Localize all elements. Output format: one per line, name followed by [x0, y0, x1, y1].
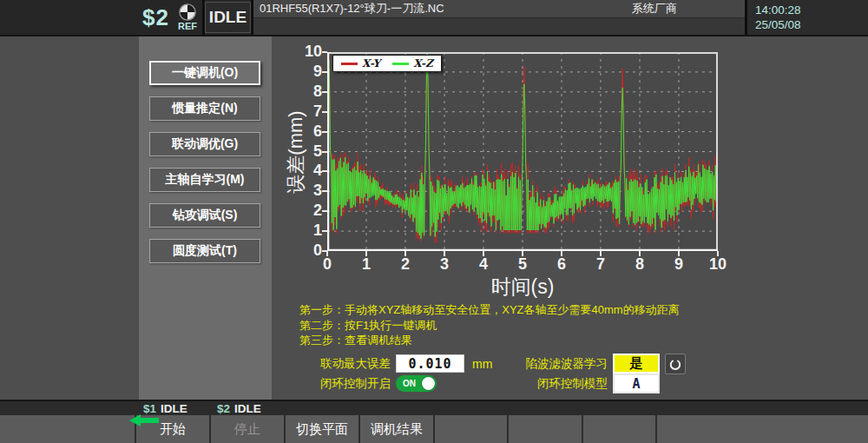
refresh-button[interactable]	[665, 354, 686, 374]
softkey-stop[interactable]: 停止	[211, 415, 286, 443]
refresh-icon	[667, 356, 683, 372]
x-tick-label-5: 5	[510, 255, 536, 274]
notch-filter-value[interactable]: 是	[613, 354, 660, 374]
y-tick-label-1: 1	[291, 222, 322, 240]
softkey-switch-plane[interactable]: 切换平面	[286, 415, 360, 443]
y-tick-label-3: 3	[291, 182, 322, 200]
y-tick-label-5: 5	[291, 142, 322, 161]
sidebar: 一键调机(O)惯量推定(N)联动调优(G)主轴自学习(M)钻攻调试(S)圆度测试…	[139, 36, 272, 400]
softkey-tuning-result[interactable]: 调机结果	[360, 415, 435, 443]
time-value: 14:00:28	[755, 3, 868, 17]
sidebar-button-inertia-estimate[interactable]: 惯量推定(N)	[149, 96, 260, 121]
y-tickmark-5	[322, 151, 327, 153]
x-tickmark-3	[444, 251, 445, 256]
main-area: 一键调机(O)惯量推定(N)联动调优(G)主轴自学习(M)钻攻调试(S)圆度测试…	[0, 36, 868, 400]
x-tickmark-7	[600, 251, 602, 256]
y-tickmark-9	[322, 71, 327, 73]
step-2: 第二步：按F1执行一键调机	[299, 318, 680, 334]
softkey-empty-5	[435, 415, 509, 443]
x-tick-label-2: 2	[392, 255, 418, 274]
x-tick-label-3: 3	[431, 255, 457, 274]
instruction-steps: 第一步：手动将XYZ轴移动至安全位置，XYZ各轴至少需要40mm的移动距离 第二…	[299, 302, 680, 348]
toggle-state-label: ON	[403, 379, 416, 388]
step-3: 第三步：查看调机结果	[299, 333, 680, 348]
closed-loop-switch-label: 闭环控制开启	[295, 375, 391, 393]
ref-indicator: REF	[178, 3, 197, 31]
y-tick-label-8: 8	[291, 83, 322, 101]
x-tickmark-6	[561, 251, 562, 256]
error-chart-plot	[327, 52, 718, 251]
program-subrow	[253, 18, 745, 35]
sidebar-button-spindle-learning[interactable]: 主轴自学习(M)	[149, 168, 260, 192]
x-tickmark-0	[326, 251, 328, 256]
closed-loop-toggle[interactable]: ON	[396, 375, 437, 392]
y-tickmark-6	[322, 131, 327, 133]
y-tickmark-4	[322, 170, 327, 172]
date-value: 25/05/08	[755, 17, 868, 32]
legend-item-xz: X-Z	[392, 57, 433, 69]
step-1: 第一步：手动将XYZ轴移动至安全位置，XYZ各轴至少需要40mm的移动距离	[299, 302, 680, 318]
ref-icon	[179, 3, 196, 21]
y-tickmark-1	[322, 230, 327, 232]
y-tick-label-7: 7	[291, 102, 322, 121]
x-tick-label-4: 4	[470, 255, 496, 274]
sidebar-button-one-key-tuning[interactable]: 一键调机(O)	[149, 61, 260, 85]
x-tickmark-4	[483, 251, 484, 256]
sidebar-button-roundness-test[interactable]: 圆度测试(T)	[149, 239, 260, 263]
program-section: 01RHF55(R1X7)-12°球刀-一刀流.NC 系统厂商	[253, 0, 745, 35]
x-tickmark-1	[365, 251, 367, 256]
y-tick-label-10: 10	[291, 43, 322, 61]
y-tick-label-4: 4	[291, 162, 322, 180]
x-tickmark-8	[639, 251, 641, 256]
ref-label: REF	[178, 22, 197, 31]
y-tickmark-10	[322, 51, 327, 53]
legend-swatch-xy	[341, 63, 358, 65]
plot-svg	[327, 52, 718, 251]
status-channel-1: $1IDLE	[143, 402, 187, 415]
x-tick-label-10: 10	[705, 255, 731, 274]
closed-loop-model-label: 闭环控制模型	[486, 375, 608, 393]
channel-indicator: $2	[142, 4, 169, 31]
max-error-label: 联动最大误差	[295, 355, 391, 373]
chart-x-axis-label: 时间(s)	[462, 274, 583, 301]
toggle-knob	[422, 377, 435, 390]
softkey-empty-7	[583, 415, 657, 443]
y-tickmark-3	[322, 190, 327, 192]
sidebar-button-linkage-tuning[interactable]: 联动调优(G)	[149, 132, 260, 156]
legend-label-xz: X-Z	[413, 57, 433, 69]
softkey-empty-8	[657, 415, 868, 443]
chart-legend: X-Y X-Z	[332, 55, 442, 72]
status-channel-2: $2IDLE	[217, 402, 261, 415]
top-bar: $2 REF IDLE 01RHF55(R1X7)-12°球刀-一刀流.NC 系…	[0, 0, 868, 36]
channel-section: $2 REF	[0, 0, 202, 35]
y-tick-label-9: 9	[291, 63, 322, 81]
x-tickmark-9	[678, 251, 680, 256]
max-error-input[interactable]	[396, 354, 464, 373]
y-tick-label-2: 2	[291, 202, 322, 220]
x-tick-label-8: 8	[627, 255, 653, 274]
closed-loop-model-value[interactable]: A	[613, 374, 660, 393]
legend-item-xy: X-Y	[341, 57, 380, 69]
x-tick-label-6: 6	[549, 255, 575, 274]
program-name: 01RHF55(R1X7)-12°球刀-一刀流.NC	[260, 1, 632, 17]
y-tickmark-7	[322, 111, 327, 113]
vendor-label: 系统厂商	[632, 1, 677, 17]
notch-filter-label: 陷波滤波器学习	[486, 355, 608, 373]
y-tick-label-6: 6	[291, 122, 322, 141]
x-tickmark-2	[404, 251, 406, 256]
clock: 14:00:28 25/05/08	[747, 0, 868, 35]
y-tickmark-2	[322, 210, 327, 212]
softkey-empty-0	[0, 415, 136, 443]
x-tickmark-5	[522, 251, 523, 256]
legend-swatch-xz	[392, 63, 409, 65]
softkey-empty-6	[509, 415, 583, 443]
legend-label-xy: X-Y	[362, 57, 380, 69]
x-tick-label-0: 0	[314, 255, 340, 274]
x-tickmark-10	[717, 251, 719, 256]
status-bar: $1IDLE$2IDLE	[0, 400, 868, 415]
machine-mode-badge: IDLE	[205, 2, 251, 33]
back-arrow-icon[interactable]	[129, 414, 159, 426]
sidebar-button-drill-tap-debug[interactable]: 钻攻调试(S)	[149, 203, 260, 228]
x-tick-label-1: 1	[353, 255, 379, 274]
y-tickmark-8	[322, 91, 327, 93]
